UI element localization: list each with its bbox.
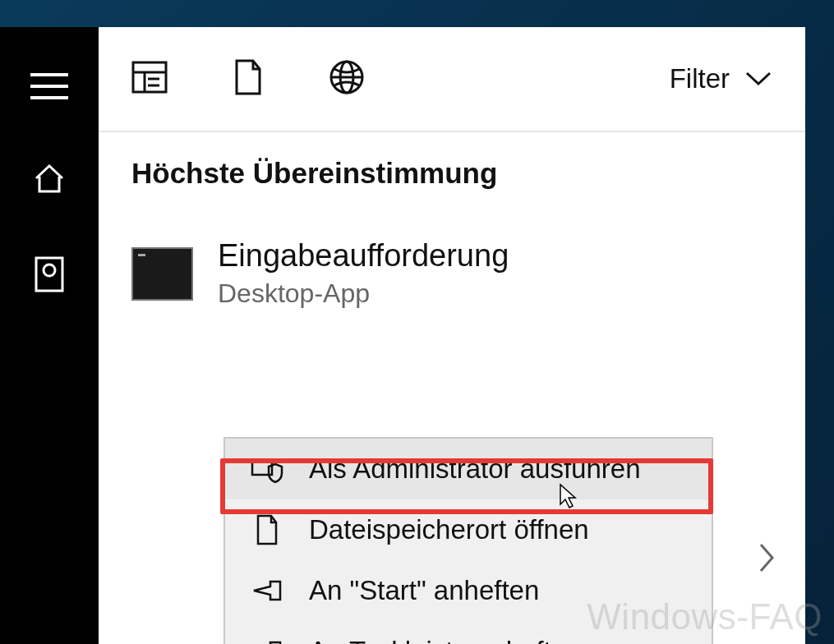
section-title: Höchste Übereinstimmung [131, 157, 772, 190]
context-menu: Als Administrator ausführen Dateispeiche… [223, 437, 713, 644]
menu-label: An "Start" anheften [309, 575, 539, 606]
svg-rect-5 [133, 62, 166, 92]
menu-item-pin-to-taskbar[interactable]: An Taskleiste anheften [225, 621, 712, 644]
best-match-result[interactable]: Eingabeaufforderung Desktop-App [131, 239, 772, 309]
expand-details-icon[interactable] [758, 541, 776, 577]
menu-label: Dateispeicherort öffnen [309, 514, 589, 545]
apps-tab-icon[interactable] [131, 61, 168, 97]
result-subtitle: Desktop-App [218, 278, 509, 309]
left-rail [0, 27, 99, 644]
command-prompt-icon [131, 247, 193, 301]
menu-label: An Taskleiste anheften [309, 636, 581, 644]
chevron-down-icon [744, 71, 772, 87]
search-results-panel: Filter Höchste Übereinstimmung Eingabeau… [99, 27, 805, 644]
menu-item-open-file-location[interactable]: Dateispeicherort öffnen [225, 499, 712, 560]
menu-icon[interactable] [30, 72, 68, 100]
menu-label: Als Administrator ausführen [309, 453, 641, 485]
menu-item-run-as-admin[interactable]: Als Administrator ausführen [225, 439, 712, 499]
filter-dropdown[interactable]: Filter [670, 63, 772, 94]
pin-icon [250, 639, 284, 644]
menu-item-pin-to-start[interactable]: An "Start" anheften [225, 560, 712, 621]
result-name: Eingabeaufforderung [218, 239, 509, 274]
filter-toolbar: Filter [99, 27, 805, 132]
admin-shield-icon [250, 455, 284, 483]
folder-open-icon [250, 514, 284, 545]
web-tab-icon[interactable] [329, 59, 365, 99]
documents-tab-icon[interactable] [233, 59, 263, 99]
svg-rect-3 [36, 258, 62, 291]
search-panel-window: Filter Höchste Übereinstimmung Eingabeau… [0, 27, 805, 644]
pin-icon [250, 578, 284, 603]
home-icon[interactable] [33, 162, 66, 195]
device-icon[interactable] [35, 256, 64, 292]
filter-label: Filter [670, 63, 730, 94]
svg-point-4 [44, 264, 55, 276]
